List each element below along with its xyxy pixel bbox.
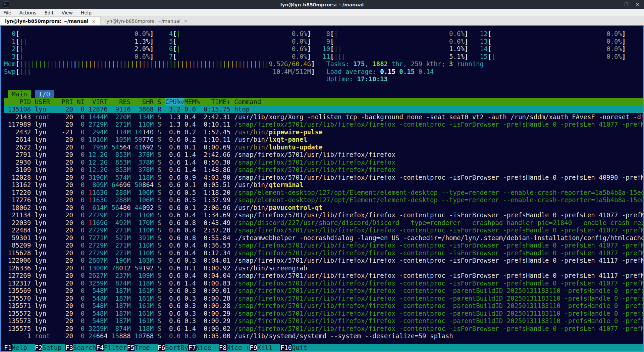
menu-item-file[interactable]: File [3, 10, 11, 15]
process-row[interactable]: 22039 lyn 20 0 1169G 492M 170M S 0.6 0.8… [4, 219, 643, 227]
process-row[interactable]: 59301 lyn 20 0 7271M 521M 391M S 0.6 0.8… [4, 234, 643, 242]
mem-cell: 0.4 [180, 241, 196, 249]
pid-cell: 117989 [4, 121, 31, 128]
terminal-tab-1[interactable]: lyn@lyn-b850mprors: ~/manual× [0, 16, 101, 26]
user-cell: lyn [35, 219, 62, 226]
user-cell: lyn [35, 234, 62, 241]
restore-button[interactable]: ❐ [624, 2, 628, 7]
tasks-text: running [453, 60, 484, 68]
process-row[interactable]: 117989 lyn 20 0 2729M 271M 110M S 1.3 0.… [4, 121, 643, 128]
cpu-meter-pct: 0.6% [135, 53, 150, 60]
process-row[interactable]: 135575 lyn 20 0 3259M 874M 118M S 0.6 1.… [4, 325, 643, 333]
process-row[interactable]: 2930 lyn 20 0 12.2G 853M 378M S 0.6 1.4 … [4, 159, 643, 166]
state-cell: S [158, 241, 161, 249]
process-row[interactable]: 126336 lyn 20 0 1300M 78012 59192 S 0.6 … [4, 264, 643, 272]
cpu-cell: 0.6 [161, 159, 180, 166]
menu-item-actions[interactable]: Actions [19, 10, 36, 15]
process-row[interactable]: 135108 lyn 20 0 12876 9116 3868 R 3.2 0.… [4, 105, 643, 113]
mem-cell: 0.1 [180, 264, 196, 272]
time-cell: 0:00.83 [196, 279, 230, 287]
pri-cell: 20 [62, 189, 73, 196]
cpu-meter-id: 6 [161, 45, 173, 52]
time-cell: 0:00.29 [196, 310, 230, 317]
process-row[interactable]: 3109 lyn 20 0 12.2G 853M 378M S 0.6 1.4 … [4, 166, 643, 174]
process-row[interactable]: 127269 lyn 20 0 2627M 237M 109M S 0.6 0.… [4, 272, 643, 279]
mem-cell: 1.4 [180, 166, 196, 173]
process-row[interactable]: 22484 lyn 20 0 2729M 271M 110M S 0.6 0.4… [4, 226, 643, 234]
fkey-f1: F1 [4, 344, 12, 352]
ni-cell: 0 [73, 113, 85, 121]
process-row[interactable]: 21134 lyn 20 0 2729M 271M 110M S 0.6 0.4… [4, 211, 643, 219]
state-cell: S [158, 302, 161, 309]
fkey-label-nice-[interactable]: Nice - [196, 344, 219, 352]
process-row[interactable]: 135573 lyn 20 0 548M 187M 161M S 0.6 0.3… [4, 317, 643, 325]
tasks-text: 3 [449, 60, 453, 68]
mem-cell: 0.0 [180, 105, 196, 113]
fkey-label-quit[interactable]: Quit [292, 344, 315, 352]
command-cell: /snap/firefox/5701/usr/lib/firefox/firef… [234, 166, 395, 173]
menu-item-edit[interactable]: Edit [45, 10, 54, 15]
process-row[interactable]: 2791 lyn 20 0 12.2G 853M 378M S 0.6 1.4 … [4, 151, 643, 159]
process-row[interactable]: 18062 lyn 20 0 614M 56480 44092 S 0.6 0.… [4, 204, 643, 212]
ni-cell: 0 [73, 196, 85, 204]
ni-cell: 0 [73, 136, 85, 143]
pid-cell: 135572 [4, 310, 31, 317]
process-table-header[interactable]: PID USER PRI NI VIRT RES SHR S CPU%▽MEM%… [4, 98, 643, 106]
process-row[interactable]: 135570 lyn 20 0 548M 187M 161M S 0.6 0.3… [4, 295, 643, 302]
load-average-text: 0.14 [419, 68, 434, 75]
ni-cell: 0 [73, 257, 85, 264]
process-row[interactable]: 135571 lyn 20 0 548M 187M 161M S 0.6 0.3… [4, 302, 643, 310]
view-tab-io[interactable]: I/O [35, 90, 54, 98]
load-average-text: 0.15 [399, 68, 418, 75]
process-row[interactable]: 1 root 20 0 24664 15888 10768 S 0.0 0.0 … [4, 332, 643, 340]
process-row[interactable]: 13162 lyn 20 0 809M 64696 50864 S 0.6 0.… [4, 181, 643, 189]
process-row[interactable]: 2143 root 20 0 1444M 220M 134M S 1.3 0.4… [4, 113, 643, 121]
process-row[interactable]: 2622 lyn 20 0 795M 54564 41692 S 0.6 0.1… [4, 143, 643, 151]
time-cell: 0:00.92 [196, 264, 230, 272]
process-row[interactable]: 2432 lyn -21 0 294M 114M 14140 S 0.6 0.2… [4, 128, 643, 136]
tab-close-icon[interactable]: × [92, 19, 96, 24]
process-row[interactable]: 2614 lyn 20 0 1016M 105M 59776 S 0.6 0.2… [4, 136, 643, 143]
process-row[interactable]: 122006 lyn 20 0 2607M 196M 103M S 0.6 0.… [4, 257, 643, 264]
cpu-meter-bar: | [19, 45, 23, 52]
command-cell: /snap/firefox/5701/usr/lib/firefox/firef… [234, 121, 643, 128]
tab-close-icon[interactable]: × [184, 18, 187, 24]
process-row[interactable]: 132317 lyn 20 0 3259M 874M 118M S 0.6 1.… [4, 279, 643, 287]
command-cell: /snap/firefox/5701/usr/lib/firefox/firef… [234, 295, 643, 302]
fkey-label-tree[interactable]: Tree [135, 344, 158, 352]
cpu-meter-id: 13 [476, 38, 487, 45]
terminal-tab-2[interactable]: lyn@lyn-b850mprors: ~/manual× [101, 16, 192, 26]
process-row[interactable]: 17220 lyn 20 0 1163G 288M 106M S 0.6 0.5… [4, 189, 643, 196]
pid-cell: 135575 [4, 325, 31, 332]
process-row[interactable]: 115628 lyn 20 0 2729M 271M 110M S 0.6 0.… [4, 249, 643, 257]
process-row[interactable]: 135569 lyn 20 0 548M 187M 161M S 0.6 0.3… [4, 287, 643, 295]
menu-item-help[interactable]: Help [81, 10, 92, 15]
process-row[interactable]: 135572 lyn 20 0 548M 187M 161M S 0.6 0.3… [4, 310, 643, 317]
ni-cell: 0 [73, 332, 85, 340]
cpu-cell: 0.6 [161, 249, 180, 257]
fkey-label-setup[interactable]: Setup [42, 344, 65, 352]
pid-cell: 135108 [4, 105, 31, 113]
fkey-label-filter[interactable]: Filter [104, 344, 127, 352]
pid-cell: 132317 [4, 279, 31, 287]
menu-item-view[interactable]: View [62, 10, 73, 15]
time-cell: 1:37.99 [196, 196, 230, 204]
htop-terminal[interactable]: 0[ 0.0%] 4[| 0.6%] 8[| 0.6%] 12[ 0.0%] 1… [0, 25, 644, 352]
fkey-label-help[interactable]: Help [12, 344, 35, 352]
minimize-button[interactable]: – [615, 2, 617, 7]
process-row[interactable]: 85209 lyn 20 0 2729M 271M 110M S 0.6 0.4… [4, 241, 643, 249]
pri-cell: 20 [62, 159, 73, 166]
state-cell: S [158, 249, 161, 257]
fkey-label-sortby[interactable]: SortBy [165, 344, 189, 352]
pri-cell: 20 [62, 121, 73, 128]
view-tab-main[interactable]: Main [8, 90, 31, 98]
fkey-label-nice-[interactable]: Nice + [227, 344, 250, 352]
process-row[interactable]: 12028 lyn 20 0 3196M 574M 118M S 0.6 0.9… [4, 174, 643, 181]
command-cell: /snap/firefox/5701/usr/lib/firefox/firef… [234, 159, 395, 166]
fkey-label-search[interactable]: Search [73, 344, 96, 352]
fkey-label-kill[interactable]: Kill [257, 344, 280, 352]
time-cell: 0:10.11 [196, 121, 230, 128]
process-row[interactable]: 17276 lyn 20 0 1163G 288M 106M S 0.6 0.5… [4, 196, 643, 204]
close-button[interactable]: ✕ [636, 2, 639, 7]
state-cell: S [158, 257, 161, 264]
